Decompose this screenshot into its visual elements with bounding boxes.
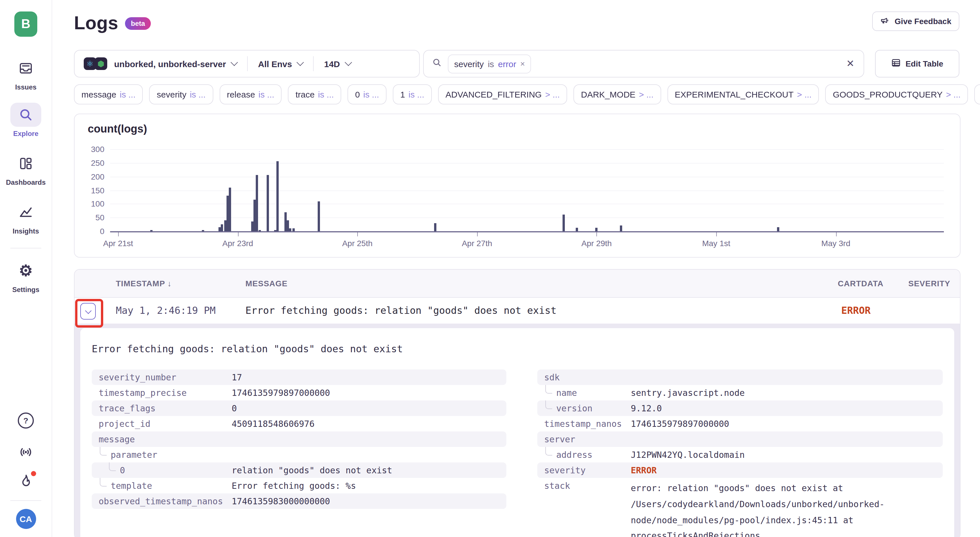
gear-icon: ⚙ [10, 259, 41, 283]
log-count-bar[interactable] [277, 161, 279, 231]
timestamp-cell: May 1, 2:46:19 PM [116, 304, 216, 316]
detail-fields-left: severity_number17timestamp_precise174613… [92, 370, 506, 537]
field-row-timestamp_nanos: timestamp_nanos1746135979897000000 [537, 416, 943, 432]
expanded-row-panel: Error fetching goods: relation "goods" d… [75, 323, 960, 537]
sidebar-item-insights[interactable]: Insights [10, 200, 41, 235]
log-count-bar[interactable] [292, 228, 294, 231]
inbox-icon [10, 56, 41, 80]
y-axis-label: 200 [79, 172, 104, 181]
logs-table: TIMESTAMP ↓ MESSAGE CARTDATA SEVERITY Ma… [74, 269, 961, 537]
expand-row-button[interactable] [80, 303, 96, 320]
field-row-version: version9.12.0 [537, 400, 943, 416]
field-key: version [556, 403, 592, 413]
react-platform-icon: ⚛ [84, 57, 96, 70]
help-button[interactable]: ? [18, 413, 34, 429]
log-count-bar[interactable] [285, 212, 287, 231]
give-feedback-button[interactable]: Give Feedback [872, 11, 959, 31]
filter-chip[interactable]: GOODS_PRODUCTQUERY> ... [826, 84, 968, 104]
org-logo[interactable]: B [14, 11, 37, 37]
x-axis-tick [477, 233, 478, 236]
field-value: 0 [232, 403, 237, 413]
sidebar-divider [10, 248, 41, 249]
log-count-bar[interactable] [576, 228, 578, 231]
log-count-bar[interactable] [259, 230, 261, 231]
column-header-severity[interactable]: SEVERITY [908, 279, 950, 288]
logs-page: B Issues Explore [0, 0, 980, 537]
tree-connector-icon [100, 447, 107, 456]
log-count-bar[interactable] [221, 224, 223, 231]
project-platform-icons: ⚛ ⬢ [84, 57, 107, 70]
see-full-list-button[interactable]: See full list [974, 84, 980, 104]
log-count-bar[interactable] [267, 175, 269, 231]
log-count-bar[interactable] [256, 175, 258, 231]
search-icon [10, 103, 41, 127]
sidebar-item-label: Settings [12, 286, 40, 294]
log-count-bar[interactable] [318, 201, 320, 231]
edit-table-button[interactable]: Edit Table [875, 50, 959, 78]
dashboard-grid-icon [10, 151, 41, 175]
field-row-parameter: parameter [92, 447, 506, 462]
x-axis-tick [357, 233, 358, 236]
field-key: timestamp_nanos [544, 419, 622, 429]
filter-chip[interactable]: DARK_MODE> ... [573, 84, 661, 104]
message-cell: Error fetching goods: relation "goods" d… [245, 304, 557, 316]
log-count-bar[interactable] [253, 200, 256, 231]
log-count-bar[interactable] [595, 228, 598, 231]
log-count-bar[interactable] [224, 220, 226, 231]
filter-chip[interactable]: traceis ... [288, 84, 342, 104]
x-axis-label: Apr 23rd [206, 239, 269, 248]
tree-connector-icon [545, 385, 552, 394]
field-key: project_id [99, 419, 151, 429]
broadcast-icon [18, 445, 34, 459]
log-table-row[interactable]: May 1, 2:46:19 PM Error fetching goods: … [75, 298, 960, 325]
column-header-message[interactable]: MESSAGE [245, 279, 288, 288]
project-selector[interactable]: unborked, unborked-server [114, 59, 226, 69]
remove-token-icon[interactable]: × [520, 59, 525, 68]
filter-chip[interactable]: releaseis ... [220, 84, 282, 104]
detail-fields-right: sdknamesentry.javascript.nodeversion9.12… [537, 370, 943, 537]
filter-chip[interactable]: 0is ... [347, 84, 387, 104]
log-count-bar[interactable] [289, 228, 291, 231]
search-input[interactable]: severity is error × ✕ [423, 50, 864, 78]
field-key: timestamp_precise [99, 387, 187, 398]
clear-search-icon[interactable]: ✕ [846, 58, 855, 70]
date-range-selector[interactable]: 14D [324, 59, 340, 69]
sidebar-item-settings[interactable]: ⚙ Settings [10, 259, 41, 294]
column-header-timestamp[interactable]: TIMESTAMP ↓ [116, 279, 172, 288]
sidebar-item-issues[interactable]: Issues [10, 56, 41, 91]
filter-chip[interactable]: severityis ... [150, 84, 213, 104]
log-count-bar[interactable] [219, 227, 221, 231]
filter-chip[interactable]: messageis ... [74, 84, 143, 104]
sidebar-item-explore[interactable]: Explore [10, 103, 41, 138]
log-count-bar[interactable] [151, 230, 153, 231]
chart-plot[interactable]: 050100150200250300Apr 21stApr 23rdApr 25… [75, 114, 960, 257]
log-count-bar[interactable] [229, 187, 231, 231]
log-count-bar[interactable] [777, 227, 780, 231]
field-row-stack: stackerror: relation "goods" does not ex… [537, 478, 943, 537]
column-header-cartdata[interactable]: CARTDATA [838, 279, 883, 288]
sidebar-item-dashboards[interactable]: Dashboards [6, 151, 46, 186]
field-row-server: server [537, 432, 943, 447]
field-row-0: 0relation "goods" does not exist [92, 462, 506, 478]
log-count-bar[interactable] [434, 223, 436, 231]
log-count-bar[interactable] [226, 196, 229, 231]
user-avatar[interactable]: CA [16, 509, 36, 529]
log-count-bar[interactable] [620, 226, 622, 231]
broadcast-button[interactable] [18, 445, 34, 459]
log-count-bar[interactable] [287, 220, 289, 231]
log-count-bar[interactable] [274, 230, 277, 231]
filter-chip[interactable]: 1is ... [393, 84, 432, 104]
log-count-bar[interactable] [251, 222, 253, 231]
y-axis-label: 300 [79, 145, 104, 154]
environment-selector[interactable]: All Envs [258, 59, 292, 69]
sidebar-divider [10, 500, 41, 501]
filter-chip[interactable]: EXPERIMENTAL_CHECKOUT> ... [667, 84, 819, 104]
search-filter-token[interactable]: severity is error × [448, 54, 531, 73]
tree-connector-icon [100, 478, 107, 486]
log-count-bar[interactable] [202, 230, 204, 231]
log-count-bar[interactable] [563, 215, 565, 231]
x-axis-line [110, 231, 944, 233]
whats-new-button[interactable] [18, 473, 33, 489]
field-row-timestamp_precise: timestamp_precise1746135979897000000 [92, 385, 506, 400]
filter-chip[interactable]: ADVANCED_FILTERING> ... [438, 84, 567, 104]
